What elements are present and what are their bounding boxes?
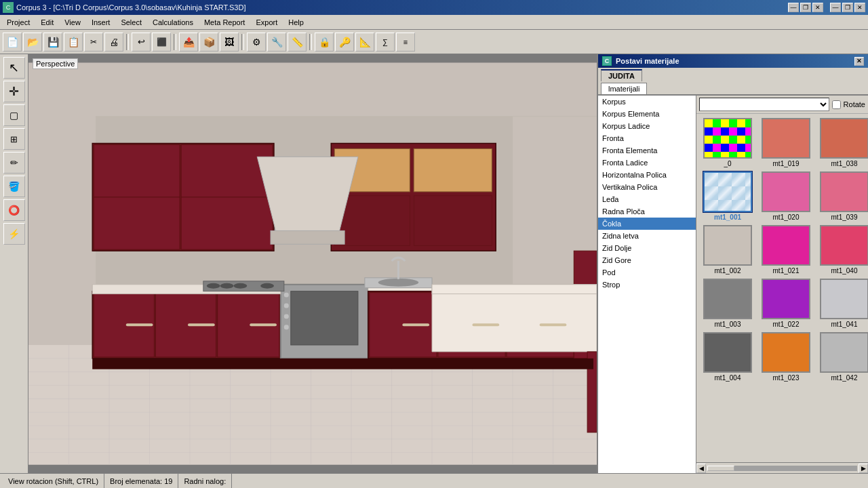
swatch-box-mt1-038[interactable] <box>820 118 868 159</box>
mat-item-zid-dolje[interactable]: Zid Dolje <box>598 242 696 254</box>
swatch-mt1-022[interactable]: mt1_022 <box>759 279 813 328</box>
swatch-mt1-042[interactable]: mt1_042 <box>817 332 868 382</box>
menu-edit[interactable]: Edit <box>35 17 59 28</box>
tab-judita[interactable]: JUDITA <box>601 69 642 81</box>
toolbar-tools[interactable]: 🔧 <box>267 33 286 52</box>
toolbar-settings[interactable]: ⚙ <box>247 33 266 52</box>
swatch-box-mt1-039[interactable] <box>820 171 868 212</box>
swatch-box-mt1-021[interactable] <box>762 225 810 266</box>
swatch-mt1-039[interactable]: mt1_039 <box>817 171 868 221</box>
swatch-box-mt1-022[interactable] <box>762 279 810 319</box>
tool-rectangle[interactable]: ▢ <box>3 104 25 126</box>
swatch-mt1-019[interactable]: mt1_019 <box>759 118 813 167</box>
tool-circle[interactable]: ⭕ <box>3 199 25 221</box>
toolbar-print[interactable]: 🖨 <box>104 33 123 52</box>
swatch-mt1-003[interactable]: mt1_003 <box>701 279 755 328</box>
scroll-left-btn[interactable]: ◀ <box>696 464 706 473</box>
mat-item-horiz-polica[interactable]: Horizontalna Polica <box>598 169 696 181</box>
panel-close-btn[interactable]: ✕ <box>854 57 864 66</box>
tool-fill[interactable]: 🪣 <box>3 176 25 197</box>
menu-view[interactable]: View <box>59 17 86 28</box>
viewport[interactable]: Perspective <box>28 54 597 473</box>
swatch-box-mt1-023[interactable] <box>762 332 810 373</box>
toolbar-3d[interactable]: 📦 <box>199 33 218 52</box>
toolbar-calc[interactable]: ∑ <box>376 33 395 52</box>
tool-pen[interactable]: ✏ <box>3 152 25 174</box>
restore-btn[interactable]: ❐ <box>800 3 811 12</box>
swatch-mt1-001[interactable]: mt1_001 <box>701 171 755 221</box>
swatch-mt1-040[interactable]: mt1_040 <box>817 225 868 274</box>
scroll-track[interactable] <box>707 466 857 471</box>
swatch-mt1-023[interactable]: mt1_023 <box>759 332 813 382</box>
toolbar-undo[interactable]: ↩ <box>132 33 151 52</box>
swatch-box-mt1-020[interactable] <box>762 171 810 212</box>
swatch-mt1-038[interactable]: mt1_038 <box>817 118 868 167</box>
toolbar-new[interactable]: 📄 <box>3 33 22 52</box>
menu-export[interactable]: Export <box>250 17 283 28</box>
toolbar-save[interactable]: 💾 <box>43 33 62 52</box>
toolbar-block[interactable]: ⬛ <box>152 33 171 52</box>
scroll-thumb[interactable] <box>707 466 734 471</box>
menu-project[interactable]: Project <box>1 17 35 28</box>
swatch-box-mt1-002[interactable] <box>703 225 752 266</box>
tool-select[interactable]: ↖ <box>3 57 25 79</box>
toolbar-export[interactable]: 📤 <box>179 33 198 52</box>
material-dropdown[interactable] <box>699 98 829 111</box>
menu-select[interactable]: Select <box>115 17 147 28</box>
swatch-0[interactable]: _0 <box>701 118 755 167</box>
toolbar-cut[interactable]: ✂ <box>84 33 103 52</box>
materials-list[interactable]: Korpus Korpus Elementa Korpus Ladice Fro… <box>598 96 696 473</box>
toolbar-open[interactable]: 📂 <box>23 33 42 52</box>
mat-item-zidna-letva[interactable]: Zidna letva <box>598 230 696 242</box>
tool-move[interactable]: ✛ <box>3 81 25 102</box>
toolbar-image[interactable]: 🖼 <box>220 33 239 52</box>
mat-item-korpus[interactable]: Korpus <box>598 96 696 108</box>
app-close-btn[interactable]: ✕ <box>854 3 865 12</box>
swatches-area[interactable]: _0 mt1_019 mt1_038 mt <box>696 114 868 462</box>
mat-item-korpus-ladice[interactable]: Korpus Ladice <box>598 120 696 132</box>
swatch-mt1-021[interactable]: mt1_021 <box>759 225 813 274</box>
mat-item-zid-gore[interactable]: Zid Gore <box>598 254 696 266</box>
toolbar-copy[interactable]: 📋 <box>64 33 83 52</box>
swatch-mt1-004[interactable]: mt1_004 <box>701 332 755 382</box>
menu-calculations[interactable]: Calculations <box>147 17 199 28</box>
swatch-mt1-002[interactable]: mt1_002 <box>701 225 755 274</box>
mat-item-fronta[interactable]: Fronta <box>598 132 696 144</box>
scroll-right-btn[interactable]: ▶ <box>859 464 868 473</box>
rotate-checkbox[interactable] <box>832 100 841 109</box>
mat-item-pod[interactable]: Pod <box>598 266 696 279</box>
swatch-box-mt1-041[interactable] <box>820 279 868 319</box>
swatch-mt1-041[interactable]: mt1_041 <box>817 279 868 328</box>
swatch-mt1-020[interactable]: mt1_020 <box>759 171 813 221</box>
mat-item-korpus-elementa[interactable]: Korpus Elementa <box>598 108 696 120</box>
tool-grid[interactable]: ⊞ <box>3 128 25 150</box>
close-btn[interactable]: ✕ <box>812 3 823 12</box>
toolbar-list[interactable]: ≡ <box>396 33 415 52</box>
swatch-box-mt1-040[interactable] <box>820 225 868 266</box>
tool-lightning[interactable]: ⚡ <box>3 223 25 245</box>
swatch-box-0[interactable] <box>703 118 752 159</box>
toolbar-measure[interactable]: 📏 <box>288 33 307 52</box>
menu-meta-report[interactable]: Meta Report <box>199 17 251 28</box>
app-min-btn[interactable]: — <box>830 3 841 12</box>
swatch-box-mt1-019[interactable] <box>762 118 810 159</box>
mat-item-strop[interactable]: Strop <box>598 279 696 291</box>
swatch-box-mt1-001[interactable] <box>703 171 752 212</box>
swatch-box-mt1-042[interactable] <box>820 332 868 373</box>
mat-item-fronta-elementa[interactable]: Fronta Elementa <box>598 144 696 157</box>
mat-item-ledja[interactable]: Leđa <box>598 193 696 205</box>
app-restore-btn[interactable]: ❐ <box>842 3 853 12</box>
mat-item-cokla[interactable]: Čokla <box>598 218 696 230</box>
toolbar-lock[interactable]: 🔒 <box>315 33 334 52</box>
minimize-btn[interactable]: — <box>788 3 799 12</box>
menu-insert[interactable]: Insert <box>86 17 116 28</box>
mat-item-vert-polica[interactable]: Vertikalna Polica <box>598 181 696 193</box>
mat-item-fronta-ladice[interactable]: Fronta Ladice <box>598 157 696 169</box>
swatch-box-mt1-003[interactable] <box>703 279 752 319</box>
swatch-box-mt1-004[interactable] <box>703 332 752 373</box>
mat-item-radna-ploca[interactable]: Radna Ploča <box>598 205 696 218</box>
subtab-lmaterijali[interactable]: lmaterijali <box>601 83 647 94</box>
toolbar-key[interactable]: 🔑 <box>335 33 354 52</box>
menu-help[interactable]: Help <box>283 17 309 28</box>
toolbar-angle[interactable]: 📐 <box>355 33 374 52</box>
